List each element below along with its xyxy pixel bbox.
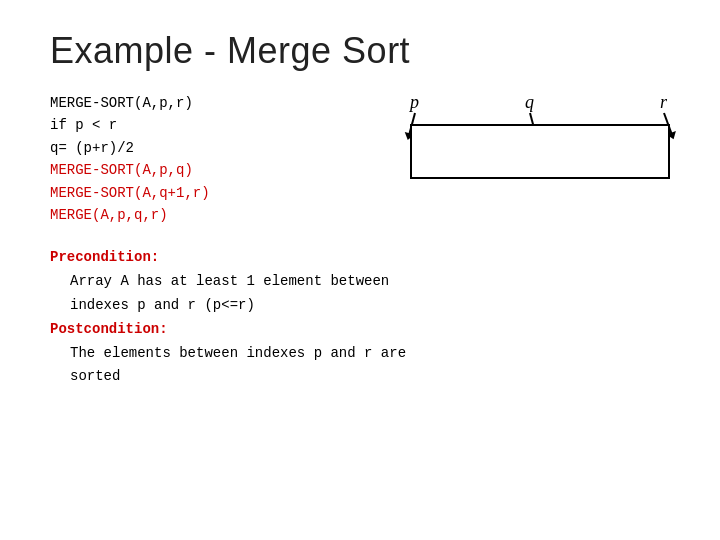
description-area: Precondition: Array A has at least 1 ele…	[50, 246, 670, 389]
precondition-section: Precondition:	[50, 246, 670, 270]
q-label: q	[525, 92, 534, 113]
precondition-label: Precondition:	[50, 249, 159, 265]
array-box	[410, 124, 670, 179]
content-area: MERGE-SORT(A,p,r) if p < r q= (p+r)/2 ME…	[50, 92, 670, 226]
p-label: p	[410, 92, 419, 113]
precondition-text1: Array A has at least 1 element between	[70, 270, 670, 294]
code-line-4: MERGE-SORT(A,p,q)	[50, 159, 370, 181]
code-block: MERGE-SORT(A,p,r) if p < r q= (p+r)/2 ME…	[50, 92, 370, 226]
page-title: Example - Merge Sort	[50, 30, 670, 72]
postcondition-text1: The elements between indexes p and r are	[70, 342, 670, 366]
postcondition-section: Postcondition:	[50, 318, 670, 342]
r-label: r	[660, 92, 667, 113]
postcondition-label: Postcondition:	[50, 321, 168, 337]
precondition-text2: indexes p and r (p<=r)	[70, 294, 670, 318]
code-line-2: if p < r	[50, 114, 370, 136]
code-line-6: MERGE(A,p,q,r)	[50, 204, 370, 226]
code-line-3: q= (p+r)/2	[50, 137, 370, 159]
code-line-1: MERGE-SORT(A,p,r)	[50, 92, 370, 114]
code-line-5: MERGE-SORT(A,q+1,r)	[50, 182, 370, 204]
slide: Example - Merge Sort MERGE-SORT(A,p,r) i…	[0, 0, 720, 540]
postcondition-text2: sorted	[70, 365, 670, 389]
diagram-area: p q r	[380, 92, 670, 222]
